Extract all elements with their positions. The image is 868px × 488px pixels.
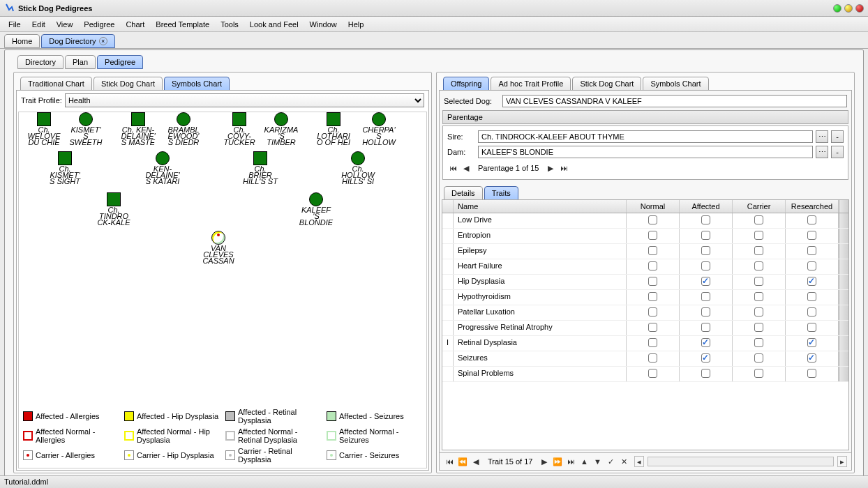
trait-row[interactable]: Epilepsy xyxy=(442,244,848,259)
checkbox[interactable] xyxy=(648,369,657,378)
checkbox[interactable] xyxy=(754,246,763,255)
trait-affected-cell[interactable] xyxy=(680,259,733,274)
close-icon[interactable]: × xyxy=(99,37,107,45)
pedigree-node[interactable]: Ch. COVY-TUCKER xyxy=(221,112,257,146)
sire-field[interactable] xyxy=(478,130,813,143)
checkbox[interactable] xyxy=(807,338,816,347)
pedigree-node[interactable]: KISMET' S SWEETH xyxy=(68,112,104,146)
pedigree-node[interactable]: Ch. BRIER HILL'S ST xyxy=(242,151,278,185)
checkbox[interactable] xyxy=(807,246,816,255)
pedigree-node[interactable]: KARIZMA 'S TIMBER xyxy=(263,112,299,146)
checkbox[interactable] xyxy=(648,215,657,224)
checkbox[interactable] xyxy=(701,215,710,224)
trait-next-button[interactable]: ▶ xyxy=(539,456,550,467)
menu-breed-template[interactable]: Breed Template xyxy=(150,20,215,29)
trait-last-button[interactable]: ⏭ xyxy=(565,456,576,467)
checkbox[interactable] xyxy=(648,292,657,301)
menu-pedigree[interactable]: Pedigree xyxy=(78,20,120,29)
trait-normal-cell[interactable] xyxy=(627,259,680,274)
main-tab-home[interactable]: Home xyxy=(4,34,40,48)
sire-browse-button[interactable]: ⋯ xyxy=(816,130,828,143)
trait-carrier-cell[interactable] xyxy=(733,336,786,351)
pedigree-node[interactable]: BRAMBL EWOOD' S DIEDR xyxy=(165,112,202,146)
trait-researched-cell[interactable] xyxy=(786,336,839,351)
pedigree-node[interactable]: KEN-DELAINE' S KATARI xyxy=(144,151,181,185)
checkbox[interactable] xyxy=(648,338,657,347)
sub-tab-plan[interactable]: Plan xyxy=(65,55,96,69)
right-tab-ad-hoc-trait-profile[interactable]: Ad hoc Trait Profile xyxy=(491,77,571,91)
trait-normal-cell[interactable] xyxy=(627,213,680,228)
checkbox[interactable] xyxy=(754,323,763,332)
pedigree-node[interactable]: Ch. WELOVE DU CHIE xyxy=(26,112,62,146)
trait-normal-cell[interactable] xyxy=(627,367,680,381)
trait-normal-cell[interactable] xyxy=(627,321,680,335)
checkbox[interactable] xyxy=(701,277,710,286)
pedigree-node[interactable]: CHERPA' S HOLLOW xyxy=(361,112,397,146)
trait-normal-cell[interactable] xyxy=(627,351,680,366)
trait-row[interactable]: Spinal Problems xyxy=(442,367,848,382)
trait-row[interactable]: Low Drive xyxy=(442,213,848,229)
parentage-first-button[interactable]: ⏮ xyxy=(447,162,458,174)
checkbox[interactable] xyxy=(754,369,763,378)
checkbox[interactable] xyxy=(701,323,710,332)
trait-carrier-cell[interactable] xyxy=(733,213,786,228)
menu-look-and-feel[interactable]: Look and Feel xyxy=(244,20,304,29)
trait-carrier-cell[interactable] xyxy=(733,321,786,335)
trait-researched-cell[interactable] xyxy=(786,213,839,228)
right-tab-stick-dog-chart[interactable]: Stick Dog Chart xyxy=(572,77,641,91)
checkbox[interactable] xyxy=(701,307,710,317)
trait-scroll-right-button[interactable]: ▸ xyxy=(837,456,847,467)
sire-remove-button[interactable]: - xyxy=(831,130,844,143)
chart-tab-symbols-chart[interactable]: Symbols Chart xyxy=(164,77,230,91)
trait-researched-cell[interactable] xyxy=(786,351,839,366)
checkbox[interactable] xyxy=(807,353,816,363)
trait-carrier-cell[interactable] xyxy=(733,259,786,274)
checkbox[interactable] xyxy=(648,323,657,332)
trait-row[interactable]: Hypothyroidism xyxy=(442,290,848,305)
trait-row[interactable]: Hip Dysplasia xyxy=(442,275,848,290)
trait-up-button[interactable]: ▲ xyxy=(578,456,590,467)
checkbox[interactable] xyxy=(701,292,710,301)
trait-first-button[interactable]: ⏮ xyxy=(444,456,455,467)
checkbox[interactable] xyxy=(754,277,763,286)
trait-affected-cell[interactable] xyxy=(680,305,733,320)
trait-affected-cell[interactable] xyxy=(680,275,733,289)
maximize-button[interactable] xyxy=(844,4,853,13)
pedigree-node[interactable]: Ch. KEN-DELAINE' S MASTE xyxy=(120,112,156,146)
checkbox[interactable] xyxy=(807,231,816,240)
menu-view[interactable]: View xyxy=(51,20,79,29)
trait-normal-cell[interactable] xyxy=(627,229,680,243)
checkbox[interactable] xyxy=(754,338,763,347)
detail-tab-details[interactable]: Details xyxy=(444,186,483,200)
trait-row[interactable]: Entropion xyxy=(442,229,848,244)
trait-carrier-cell[interactable] xyxy=(733,229,786,243)
parentage-prev-button[interactable]: ◀ xyxy=(461,162,472,174)
trait-normal-cell[interactable] xyxy=(627,336,680,351)
trait-normal-cell[interactable] xyxy=(627,275,680,289)
parentage-next-button[interactable]: ▶ xyxy=(545,162,556,174)
chart-tab-stick-dog-chart[interactable]: Stick Dog Chart xyxy=(93,77,163,91)
trait-affected-cell[interactable] xyxy=(680,290,733,305)
dam-field[interactable] xyxy=(478,146,813,158)
col-researched[interactable]: Researched xyxy=(786,200,839,213)
trait-carrier-cell[interactable] xyxy=(733,351,786,366)
trait-cancel-button[interactable]: ✕ xyxy=(618,456,629,467)
menu-file[interactable]: File xyxy=(3,20,27,29)
trait-affected-cell[interactable] xyxy=(680,213,733,228)
close-button[interactable] xyxy=(855,4,864,13)
trait-affected-cell[interactable] xyxy=(680,336,733,351)
trait-affected-cell[interactable] xyxy=(680,351,733,366)
col-name[interactable]: Name xyxy=(454,200,627,213)
trait-researched-cell[interactable] xyxy=(786,259,839,274)
parentage-last-button[interactable]: ⏭ xyxy=(558,162,569,174)
detail-tab-traits[interactable]: Traits xyxy=(484,186,518,200)
trait-affected-cell[interactable] xyxy=(680,244,733,259)
pedigree-node[interactable]: Ch. KISMET' S SIGHT xyxy=(47,151,83,185)
trait-row[interactable]: Seizures xyxy=(442,351,848,367)
checkbox[interactable] xyxy=(807,261,816,270)
pedigree-node[interactable]: Ch. HOLLOW HILLS' SI xyxy=(340,151,376,185)
checkbox[interactable] xyxy=(754,307,763,317)
trait-row[interactable]: Heart Failure xyxy=(442,259,848,275)
checkbox[interactable] xyxy=(807,323,816,332)
trait-researched-cell[interactable] xyxy=(786,244,839,259)
